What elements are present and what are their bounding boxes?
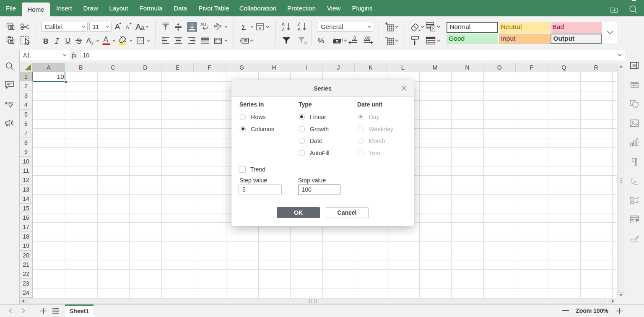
svg-text:.00: .00	[364, 36, 370, 41]
svg-text:Σ: Σ	[242, 23, 246, 31]
svg-text:AB: AB	[214, 22, 220, 29]
svg-text:A: A	[126, 24, 130, 31]
svg-text:B: B	[43, 37, 48, 45]
svg-text:A: A	[297, 27, 301, 32]
svg-text:AB: AB	[200, 22, 206, 27]
svg-text:Z: Z	[281, 27, 284, 32]
svg-text:T: T	[630, 177, 634, 184]
svg-text:a: a	[634, 179, 636, 184]
svg-text:Z: Z	[297, 22, 300, 27]
svg-text:A: A	[86, 37, 91, 44]
svg-text:S: S	[76, 37, 81, 45]
svg-text:a: a	[141, 24, 145, 31]
svg-text:2: 2	[91, 41, 93, 45]
svg-text:U: U	[65, 36, 70, 44]
svg-text:A: A	[104, 35, 109, 44]
svg-text:%: %	[318, 37, 324, 45]
svg-text:.0: .0	[352, 36, 356, 41]
svg-text:A: A	[281, 22, 285, 27]
svg-text:ABC: ABC	[5, 101, 13, 105]
svg-text:A: A	[135, 22, 141, 31]
